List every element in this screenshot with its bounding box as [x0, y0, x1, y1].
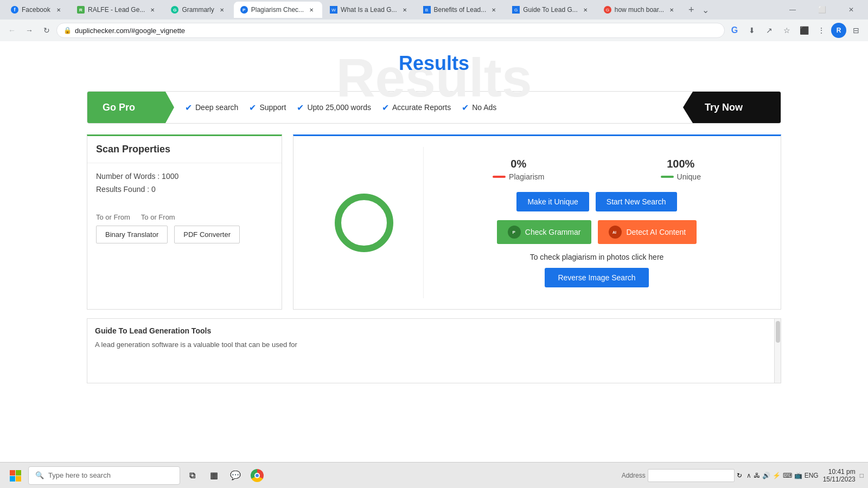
keyboard-icon: ⌨	[783, 472, 792, 479]
lock-icon: 🔒	[63, 27, 72, 34]
task-view-button[interactable]: ⧉	[182, 466, 202, 485]
taskbar-search-placeholder: Type here to search	[48, 471, 111, 479]
share-icon[interactable]: ↗	[762, 23, 777, 38]
sidebar-button[interactable]: ⊟	[848, 23, 864, 38]
donut-section	[304, 147, 424, 298]
plagiarism-dot	[493, 176, 506, 178]
check-support-icon: ✔	[249, 102, 256, 113]
tab-guide-label: Guide To Lead G...	[523, 6, 578, 14]
tab-facebook-label: Facebook	[22, 6, 51, 14]
notification-button[interactable]: □	[860, 472, 864, 479]
plagiarism-percent: 0%	[493, 158, 544, 170]
tab-plagiarism[interactable]: P Plagiarism Chec... ✕	[234, 2, 322, 18]
tab-benefits-close[interactable]: ✕	[489, 5, 498, 14]
pro-feature-deep-label: Deep search	[195, 103, 238, 112]
forward-button[interactable]: →	[22, 23, 37, 38]
tab-ralfe-close[interactable]: ✕	[148, 5, 157, 14]
tab-ralfe[interactable]: R RALFE - Lead Ge... ✕	[71, 2, 163, 18]
tab-whatis[interactable]: W What Is a Lead G... ✕	[323, 2, 415, 18]
new-search-button[interactable]: Start New Search	[596, 192, 677, 211]
secondary-action-buttons: P Check Grammar AI	[435, 220, 759, 244]
time-display: 10:41 pm	[823, 468, 856, 476]
tab-grammarly-label: Grammarly	[182, 6, 214, 14]
text-content-body: A lead generation software is a valuable…	[95, 339, 767, 350]
battery-icon: ⚡	[773, 472, 781, 479]
tab-plagiarism-close[interactable]: ✕	[307, 5, 316, 14]
plagiarism-label-row: Plagiarism	[493, 172, 544, 181]
svg-rect-8	[10, 476, 15, 481]
svg-point-0	[338, 197, 390, 249]
detect-ai-label: Detect AI Content	[626, 228, 686, 236]
tab-howmuch[interactable]: G how much boar... ✕	[597, 2, 682, 18]
tab-facebook-close[interactable]: ✕	[54, 5, 63, 14]
svg-rect-6	[10, 470, 15, 476]
bookmark-icon[interactable]: ☆	[779, 23, 794, 38]
tab-facebook[interactable]: f Facebook ✕	[4, 2, 69, 18]
start-button[interactable]	[4, 465, 26, 486]
tab-overflow-button[interactable]: ⌄	[702, 5, 709, 15]
results-title: Results	[0, 52, 868, 75]
text-content-title: Guide To Lead Generation Tools	[95, 326, 767, 335]
maximize-button[interactable]: ⬜	[809, 1, 834, 18]
tab-plagiarism-label: Plagiarism Chec...	[251, 6, 304, 14]
svg-rect-9	[16, 476, 21, 481]
chrome-taskbar-icon[interactable]	[247, 466, 267, 485]
taskbar-address-input[interactable]	[648, 469, 735, 482]
tab-benefits-favicon: B	[423, 6, 431, 14]
unique-percent: 100%	[661, 158, 701, 170]
unique-dot	[661, 176, 674, 178]
new-tab-button[interactable]: +	[684, 2, 699, 17]
back-button[interactable]: ←	[4, 23, 20, 38]
tab-howmuch-close[interactable]: ✕	[667, 5, 676, 14]
binary-translator-button[interactable]: Binary Translator	[96, 226, 168, 243]
svg-rect-7	[16, 470, 21, 476]
tab-grammarly-close[interactable]: ✕	[218, 5, 226, 14]
url-bar[interactable]: 🔒 duplichecker.com/#google_vignette	[56, 23, 725, 38]
taskbar: 🔍 Type here to search ⧉ ▦ 💬 Address ↻ ∧ …	[0, 462, 868, 488]
google-icon[interactable]: G	[727, 23, 742, 38]
scan-properties-panel: Scan Properties Number of Words : 1000 R…	[87, 134, 282, 310]
taskbar-clock: 10:41 pm 15/11/2023	[823, 468, 856, 483]
up-arrow-icon: ∧	[746, 472, 751, 479]
profile-button[interactable]: R	[831, 23, 846, 38]
go-pro-button[interactable]: Go Pro	[87, 92, 174, 123]
taskbar-sys-icons: ∧ 🖧 🔊 ⚡ ⌨ 📺 ENG	[746, 472, 819, 479]
tab-guide-close[interactable]: ✕	[581, 5, 590, 14]
close-button[interactable]: ✕	[839, 1, 864, 18]
svg-text:AI: AI	[612, 230, 616, 234]
detect-ai-button[interactable]: AI Detect AI Content	[598, 220, 697, 244]
pdf-converter-button[interactable]: PDF Converter	[174, 226, 240, 243]
primary-action-buttons: Make it Unique Start New Search	[435, 192, 759, 211]
reverse-image-search-button[interactable]: Reverse Image Search	[545, 268, 648, 287]
tab-guide[interactable]: G Guide To Lead G... ✕	[506, 2, 596, 18]
to-from-label-1: To or From	[96, 213, 130, 221]
tab-guide-favicon: G	[512, 6, 520, 14]
reload-button[interactable]: ↻	[39, 23, 54, 38]
taskbar-address-bar: Address ↻	[622, 469, 742, 482]
to-from-buttons: Binary Translator PDF Converter	[96, 226, 273, 243]
try-now-button[interactable]: Try Now	[683, 92, 781, 123]
extension-button[interactable]: ⬛	[796, 23, 812, 38]
plagiarism-label: Plagiarism	[509, 172, 544, 181]
check-grammar-button[interactable]: P Check Grammar	[497, 220, 592, 244]
reverse-image-container: Reverse Image Search	[435, 268, 759, 287]
tab-whatis-close[interactable]: ✕	[400, 5, 409, 14]
tab-grammarly[interactable]: G Grammarly ✕	[164, 2, 232, 18]
widgets-button[interactable]: ▦	[204, 466, 224, 485]
network-icon: 🖧	[754, 472, 760, 479]
taskbar-refresh-icon[interactable]: ↻	[737, 472, 742, 479]
results-section: Results Results	[0, 41, 868, 80]
results-stats-panel: 0% Plagiarism 100% Unique	[293, 134, 781, 310]
taskbar-search[interactable]: 🔍 Type here to search	[28, 466, 180, 485]
make-unique-button[interactable]: Make it Unique	[516, 192, 589, 211]
tab-benefits[interactable]: B Benefits of Lead... ✕	[417, 2, 505, 18]
svg-text:P: P	[512, 230, 515, 235]
more-tools-button[interactable]: ⋮	[814, 23, 829, 38]
minimize-button[interactable]: —	[780, 1, 805, 18]
chat-button[interactable]: 💬	[226, 466, 245, 485]
stats-section: 0% Plagiarism 100% Unique	[424, 147, 770, 298]
plagiarism-donut-chart	[331, 190, 397, 255]
text-scrollbar[interactable]	[774, 319, 781, 383]
download-icon[interactable]: ⬇	[744, 23, 760, 38]
tab-facebook-favicon: f	[11, 6, 18, 14]
